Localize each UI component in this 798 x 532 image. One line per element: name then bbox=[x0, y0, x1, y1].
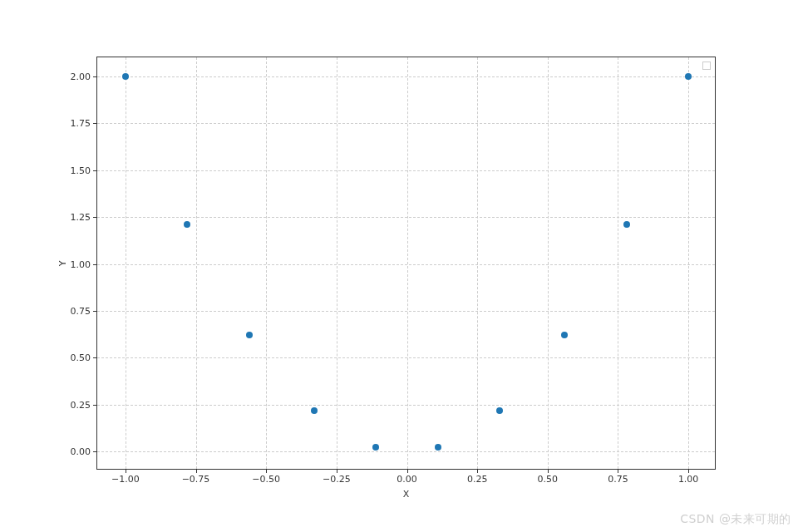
x-tick-mark bbox=[477, 469, 478, 473]
y-tick-label: 2.00 bbox=[71, 71, 91, 81]
x-tick-label: 0.50 bbox=[538, 474, 559, 485]
gridline-horizontal bbox=[97, 405, 715, 406]
gridline-vertical bbox=[548, 57, 549, 469]
y-tick-mark bbox=[93, 264, 97, 265]
data-point bbox=[496, 407, 503, 414]
x-tick-mark bbox=[618, 469, 618, 473]
y-tick-label: 1.50 bbox=[71, 165, 91, 175]
x-tick-mark bbox=[126, 469, 126, 473]
y-tick-label: 1.25 bbox=[71, 212, 91, 223]
gridline-vertical bbox=[688, 57, 689, 469]
data-point bbox=[685, 73, 692, 80]
watermark-text: CSDN @未来可期的 bbox=[680, 512, 791, 527]
data-point bbox=[311, 407, 318, 414]
gridline-vertical bbox=[126, 57, 126, 469]
y-tick-mark bbox=[93, 170, 97, 171]
x-tick-label: −0.50 bbox=[252, 474, 280, 485]
data-point bbox=[561, 332, 568, 338]
plot-area: X Y −1.00−0.75−0.50−0.250.000.250.500.75… bbox=[96, 57, 716, 470]
data-point bbox=[122, 73, 129, 80]
y-tick-mark bbox=[93, 217, 97, 218]
gridline-vertical bbox=[477, 57, 478, 469]
x-tick-label: 1.00 bbox=[678, 474, 699, 485]
x-tick-label: −0.75 bbox=[182, 474, 210, 485]
gridline-vertical bbox=[266, 57, 267, 469]
x-tick-mark bbox=[337, 469, 337, 473]
gridline-horizontal bbox=[97, 311, 715, 312]
gridline-vertical bbox=[337, 57, 337, 469]
x-tick-label: 0.00 bbox=[397, 474, 417, 485]
x-tick-label: 0.75 bbox=[608, 474, 628, 485]
gridline-horizontal bbox=[97, 451, 715, 452]
x-tick-label: −0.25 bbox=[323, 474, 351, 485]
x-tick-mark bbox=[548, 469, 549, 473]
y-axis-label: Y bbox=[57, 260, 68, 266]
gridline-vertical bbox=[196, 57, 197, 469]
y-tick-label: 0.25 bbox=[71, 399, 91, 410]
y-tick-mark bbox=[93, 311, 97, 312]
chart-figure: X Y −1.00−0.75−0.50−0.250.000.250.500.75… bbox=[0, 0, 798, 532]
x-tick-mark bbox=[196, 469, 197, 473]
y-tick-label: 0.50 bbox=[71, 352, 91, 363]
x-tick-mark bbox=[407, 469, 408, 473]
gridline-horizontal bbox=[97, 76, 715, 77]
legend-box bbox=[702, 62, 711, 70]
y-tick-label: 1.00 bbox=[71, 259, 91, 269]
data-point bbox=[435, 444, 441, 451]
y-tick-mark bbox=[93, 405, 97, 406]
data-point bbox=[184, 221, 190, 228]
gridline-horizontal bbox=[97, 357, 715, 358]
data-point bbox=[623, 221, 630, 228]
y-tick-label: 1.75 bbox=[71, 118, 91, 129]
gridline-horizontal bbox=[97, 123, 715, 124]
gridline-horizontal bbox=[97, 264, 715, 265]
gridline-vertical bbox=[618, 57, 618, 469]
x-tick-mark bbox=[266, 469, 267, 473]
x-tick-mark bbox=[688, 469, 689, 473]
y-tick-mark bbox=[93, 123, 97, 124]
x-tick-label: −1.00 bbox=[111, 474, 140, 485]
gridline-vertical bbox=[407, 57, 408, 469]
y-tick-mark bbox=[93, 357, 97, 358]
gridline-horizontal bbox=[97, 217, 715, 218]
x-tick-label: 0.25 bbox=[467, 474, 488, 485]
y-tick-label: 0.75 bbox=[71, 305, 91, 316]
y-tick-label: 0.00 bbox=[71, 446, 91, 457]
x-axis-label: X bbox=[403, 489, 410, 500]
data-point bbox=[246, 332, 253, 338]
y-tick-mark bbox=[93, 451, 97, 452]
gridline-horizontal bbox=[97, 170, 715, 171]
y-tick-mark bbox=[93, 76, 97, 77]
data-point bbox=[372, 444, 379, 451]
